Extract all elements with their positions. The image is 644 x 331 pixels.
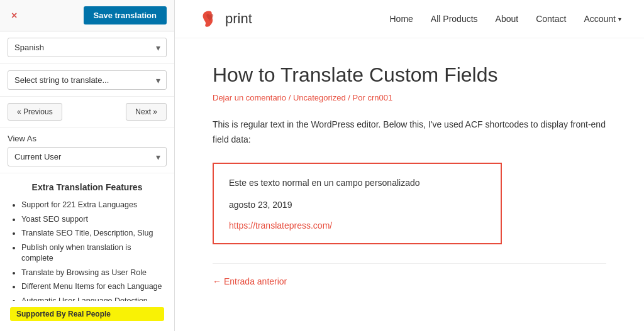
list-item: Publish only when translation is complet… bbox=[21, 242, 164, 264]
nav-all-products[interactable]: All Products bbox=[431, 14, 478, 24]
save-translation-button[interactable]: Save translation bbox=[84, 6, 167, 24]
site-header: print Home All Products About Contact Ac… bbox=[175, 0, 644, 38]
language-selector-section: Spanish bbox=[0, 31, 174, 64]
list-item: Support for 221 Extra Languages bbox=[21, 200, 164, 211]
translation-panel: × Save translation Spanish Select string… bbox=[0, 0, 175, 331]
site-nav: Home All Products About Contact Account … bbox=[390, 14, 622, 24]
language-select-wrapper: Spanish bbox=[8, 38, 167, 57]
article-body: This is regular text in the WordPress ed… bbox=[213, 117, 606, 148]
close-button[interactable]: × bbox=[8, 9, 21, 23]
article-area: How to Translate Custom Fields Dejar un … bbox=[175, 38, 644, 324]
nav-buttons: « Previous Next » bbox=[0, 97, 174, 128]
view-as-select-wrapper: Current User bbox=[8, 147, 167, 166]
translated-line2: agosto 23, 2019 bbox=[229, 198, 486, 212]
language-select[interactable]: Spanish bbox=[8, 38, 167, 57]
logo-area: print bbox=[197, 8, 252, 30]
logo-icon bbox=[197, 8, 220, 30]
translated-line1: Este es texto normal en un campo persona… bbox=[229, 176, 486, 190]
extra-features-title: Extra Translation Features bbox=[10, 182, 164, 192]
nav-account[interactable]: Account ▾ bbox=[584, 14, 621, 24]
account-label: Account bbox=[584, 14, 616, 24]
article-meta: Dejar un comentario / Uncategorized / Po… bbox=[213, 93, 606, 102]
logo-text: print bbox=[225, 11, 252, 27]
view-as-section: View As Current User bbox=[0, 128, 174, 173]
chevron-down-icon: ▾ bbox=[618, 16, 621, 23]
view-as-select[interactable]: Current User bbox=[8, 147, 167, 166]
post-navigation: ← Entrada anterior bbox=[213, 263, 606, 299]
main-content: print Home All Products About Contact Ac… bbox=[175, 0, 644, 331]
list-item: Translate by Browsing as User Role bbox=[21, 268, 164, 279]
extra-features-section: Extra Translation Features Support for 2… bbox=[0, 173, 174, 301]
next-button[interactable]: Next » bbox=[126, 103, 167, 121]
list-item: Different Menu Items for each Language bbox=[21, 281, 164, 293]
translated-content-box: Este es texto normal en un campo persona… bbox=[213, 163, 502, 244]
panel-top-bar: × Save translation bbox=[0, 0, 174, 31]
previous-post-link[interactable]: ← Entrada anterior bbox=[213, 276, 287, 286]
view-as-label: View As bbox=[8, 134, 167, 143]
nav-about[interactable]: About bbox=[496, 14, 519, 24]
article-title: How to Translate Custom Fields bbox=[213, 63, 606, 87]
supported-badge: Supported By Real People bbox=[10, 307, 164, 321]
extra-features-list: Support for 221 Extra Languages Yoast SE… bbox=[10, 200, 164, 301]
nav-home[interactable]: Home bbox=[390, 14, 413, 24]
string-selector-section: Select string to translate... bbox=[0, 64, 174, 97]
translated-link[interactable]: https://translatepress.com/ bbox=[229, 220, 332, 231]
list-item: Yoast SEO support bbox=[21, 214, 164, 225]
string-select-wrapper: Select string to translate... bbox=[8, 70, 167, 90]
list-item: Translate SEO Title, Description, Slug bbox=[21, 228, 164, 239]
list-item: Automatic User Language Detection bbox=[21, 296, 164, 301]
nav-contact[interactable]: Contact bbox=[536, 14, 566, 24]
previous-button[interactable]: « Previous bbox=[8, 103, 62, 121]
string-select[interactable]: Select string to translate... bbox=[8, 70, 167, 90]
